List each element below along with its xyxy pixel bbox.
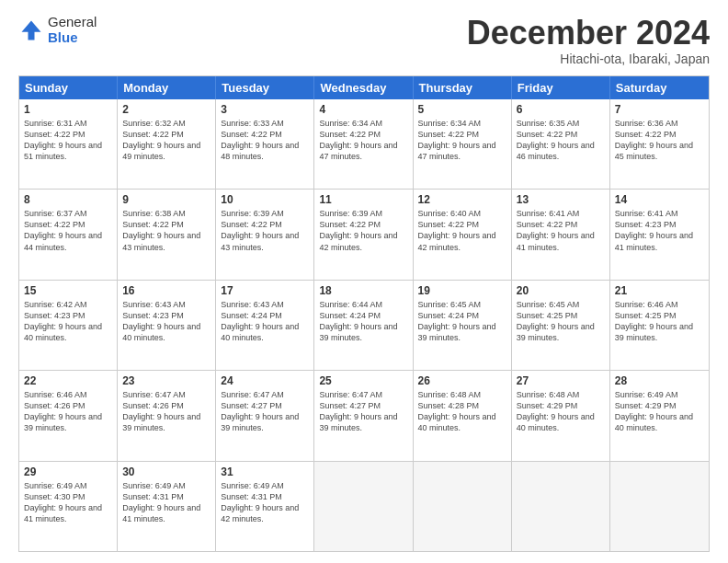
day-info: Sunrise: 6:46 AMSunset: 4:26 PMDaylight:… xyxy=(24,389,112,434)
day-cell: 25Sunrise: 6:47 AMSunset: 4:27 PMDayligh… xyxy=(314,371,413,460)
day-number: 9 xyxy=(122,193,210,206)
day-number: 3 xyxy=(221,103,309,116)
empty-cell xyxy=(512,462,610,551)
day-cell: 15Sunrise: 6:42 AMSunset: 4:23 PMDayligh… xyxy=(19,281,118,370)
day-cell: 6Sunrise: 6:35 AMSunset: 4:22 PMDaylight… xyxy=(512,99,610,189)
day-number: 16 xyxy=(122,284,210,297)
weekday-header: Monday xyxy=(118,76,216,99)
day-info: Sunrise: 6:43 AMSunset: 4:23 PMDaylight:… xyxy=(122,299,210,344)
day-number: 4 xyxy=(319,103,407,116)
weekday-header: Wednesday xyxy=(314,76,413,99)
day-info: Sunrise: 6:44 AMSunset: 4:24 PMDaylight:… xyxy=(319,299,407,344)
day-number: 2 xyxy=(122,103,210,116)
logo-blue: Blue xyxy=(48,30,97,46)
day-number: 1 xyxy=(24,103,112,116)
day-cell: 20Sunrise: 6:45 AMSunset: 4:25 PMDayligh… xyxy=(512,281,610,370)
day-cell: 1Sunrise: 6:31 AMSunset: 4:22 PMDaylight… xyxy=(19,99,118,189)
day-number: 29 xyxy=(24,465,112,478)
day-cell: 12Sunrise: 6:40 AMSunset: 4:22 PMDayligh… xyxy=(414,190,512,279)
empty-cell xyxy=(610,462,709,551)
day-number: 27 xyxy=(517,374,605,387)
day-info: Sunrise: 6:41 AMSunset: 4:23 PMDaylight:… xyxy=(615,208,704,253)
empty-cell xyxy=(414,462,512,551)
day-number: 30 xyxy=(122,465,210,478)
day-cell: 10Sunrise: 6:39 AMSunset: 4:22 PMDayligh… xyxy=(216,190,314,279)
day-number: 14 xyxy=(615,193,704,206)
weekday-header: Tuesday xyxy=(216,76,314,99)
day-cell: 22Sunrise: 6:46 AMSunset: 4:26 PMDayligh… xyxy=(19,371,118,460)
day-info: Sunrise: 6:45 AMSunset: 4:25 PMDaylight:… xyxy=(517,299,605,344)
day-cell: 27Sunrise: 6:48 AMSunset: 4:29 PMDayligh… xyxy=(512,371,610,460)
day-info: Sunrise: 6:47 AMSunset: 4:27 PMDaylight:… xyxy=(319,389,407,434)
day-cell: 26Sunrise: 6:48 AMSunset: 4:28 PMDayligh… xyxy=(414,371,512,460)
calendar-row: 1Sunrise: 6:31 AMSunset: 4:22 PMDaylight… xyxy=(19,99,709,189)
day-info: Sunrise: 6:39 AMSunset: 4:22 PMDaylight:… xyxy=(319,208,407,253)
day-info: Sunrise: 6:43 AMSunset: 4:24 PMDaylight:… xyxy=(221,299,309,344)
calendar-row: 29Sunrise: 6:49 AMSunset: 4:30 PMDayligh… xyxy=(19,461,709,551)
day-cell: 14Sunrise: 6:41 AMSunset: 4:23 PMDayligh… xyxy=(610,190,709,279)
day-info: Sunrise: 6:42 AMSunset: 4:23 PMDaylight:… xyxy=(24,299,112,344)
day-cell: 21Sunrise: 6:46 AMSunset: 4:25 PMDayligh… xyxy=(610,281,709,370)
calendar-header: SundayMondayTuesdayWednesdayThursdayFrid… xyxy=(19,76,709,99)
day-info: Sunrise: 6:47 AMSunset: 4:27 PMDaylight:… xyxy=(221,389,309,434)
weekday-header: Saturday xyxy=(610,76,709,99)
calendar-body: 1Sunrise: 6:31 AMSunset: 4:22 PMDaylight… xyxy=(19,99,709,551)
day-info: Sunrise: 6:49 AMSunset: 4:31 PMDaylight:… xyxy=(122,480,210,525)
header: General Blue December 2024 Hitachi-ota, … xyxy=(18,15,710,66)
day-info: Sunrise: 6:49 AMSunset: 4:29 PMDaylight:… xyxy=(615,389,704,434)
page: General Blue December 2024 Hitachi-ota, … xyxy=(0,0,728,563)
day-number: 6 xyxy=(517,103,605,116)
day-cell: 28Sunrise: 6:49 AMSunset: 4:29 PMDayligh… xyxy=(610,371,709,460)
day-cell: 3Sunrise: 6:33 AMSunset: 4:22 PMDaylight… xyxy=(216,99,314,189)
day-cell: 2Sunrise: 6:32 AMSunset: 4:22 PMDaylight… xyxy=(118,99,216,189)
day-number: 7 xyxy=(615,103,704,116)
day-cell: 18Sunrise: 6:44 AMSunset: 4:24 PMDayligh… xyxy=(314,281,413,370)
weekday-header: Sunday xyxy=(19,76,118,99)
day-info: Sunrise: 6:45 AMSunset: 4:24 PMDaylight:… xyxy=(418,299,506,344)
day-info: Sunrise: 6:47 AMSunset: 4:26 PMDaylight:… xyxy=(122,389,210,434)
calendar-row: 22Sunrise: 6:46 AMSunset: 4:26 PMDayligh… xyxy=(19,370,709,460)
logo-icon xyxy=(18,17,44,43)
location: Hitachi-ota, Ibaraki, Japan xyxy=(467,52,710,66)
day-number: 21 xyxy=(615,284,704,297)
day-number: 8 xyxy=(24,193,112,206)
day-cell: 24Sunrise: 6:47 AMSunset: 4:27 PMDayligh… xyxy=(216,371,314,460)
day-cell: 7Sunrise: 6:36 AMSunset: 4:22 PMDaylight… xyxy=(610,99,709,189)
day-number: 31 xyxy=(221,465,309,478)
day-cell: 13Sunrise: 6:41 AMSunset: 4:22 PMDayligh… xyxy=(512,190,610,279)
month-title: December 2024 xyxy=(467,15,710,52)
day-info: Sunrise: 6:31 AMSunset: 4:22 PMDaylight:… xyxy=(24,118,112,163)
day-number: 10 xyxy=(221,193,309,206)
day-info: Sunrise: 6:39 AMSunset: 4:22 PMDaylight:… xyxy=(221,208,309,253)
day-info: Sunrise: 6:32 AMSunset: 4:22 PMDaylight:… xyxy=(122,118,210,163)
day-cell: 17Sunrise: 6:43 AMSunset: 4:24 PMDayligh… xyxy=(216,281,314,370)
day-number: 15 xyxy=(24,284,112,297)
day-info: Sunrise: 6:40 AMSunset: 4:22 PMDaylight:… xyxy=(418,208,506,253)
calendar-row: 15Sunrise: 6:42 AMSunset: 4:23 PMDayligh… xyxy=(19,280,709,370)
logo-general: General xyxy=(48,15,97,30)
logo-text: General Blue xyxy=(48,15,97,45)
day-number: 26 xyxy=(418,374,506,387)
svg-marker-0 xyxy=(22,20,41,40)
day-info: Sunrise: 6:34 AMSunset: 4:22 PMDaylight:… xyxy=(418,118,506,163)
day-number: 11 xyxy=(319,193,407,206)
day-cell: 31Sunrise: 6:49 AMSunset: 4:31 PMDayligh… xyxy=(216,462,314,551)
day-cell: 9Sunrise: 6:38 AMSunset: 4:22 PMDaylight… xyxy=(118,190,216,279)
day-number: 20 xyxy=(517,284,605,297)
day-cell: 4Sunrise: 6:34 AMSunset: 4:22 PMDaylight… xyxy=(314,99,413,189)
day-info: Sunrise: 6:48 AMSunset: 4:29 PMDaylight:… xyxy=(517,389,605,434)
day-number: 13 xyxy=(517,193,605,206)
day-info: Sunrise: 6:38 AMSunset: 4:22 PMDaylight:… xyxy=(122,208,210,253)
day-number: 5 xyxy=(418,103,506,116)
day-number: 12 xyxy=(418,193,506,206)
day-number: 24 xyxy=(221,374,309,387)
empty-cell xyxy=(314,462,413,551)
day-cell: 23Sunrise: 6:47 AMSunset: 4:26 PMDayligh… xyxy=(118,371,216,460)
day-info: Sunrise: 6:34 AMSunset: 4:22 PMDaylight:… xyxy=(319,118,407,163)
day-number: 25 xyxy=(319,374,407,387)
weekday-header: Thursday xyxy=(414,76,512,99)
day-info: Sunrise: 6:46 AMSunset: 4:25 PMDaylight:… xyxy=(615,299,704,344)
calendar-row: 8Sunrise: 6:37 AMSunset: 4:22 PMDaylight… xyxy=(19,189,709,279)
day-cell: 29Sunrise: 6:49 AMSunset: 4:30 PMDayligh… xyxy=(19,462,118,551)
calendar: SundayMondayTuesdayWednesdayThursdayFrid… xyxy=(18,75,710,552)
